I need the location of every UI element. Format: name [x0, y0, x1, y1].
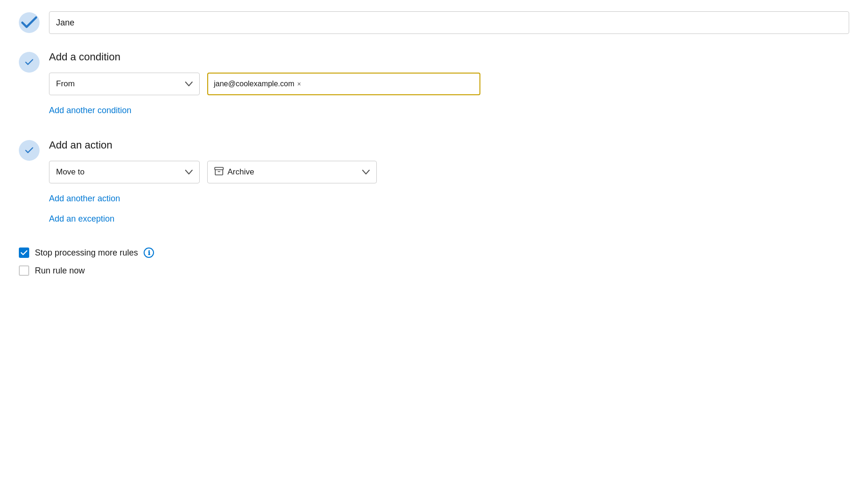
action-destination-dropdown[interactable]: Archive: [207, 161, 377, 183]
svg-rect-0: [215, 167, 223, 170]
action-title: Add an action: [49, 139, 849, 151]
condition-section: Add a condition From jane@coolexample.co…: [19, 51, 849, 124]
archive-icon: [214, 167, 224, 177]
run-rule-checkbox[interactable]: [19, 265, 29, 276]
stop-processing-info-icon[interactable]: ℹ: [144, 248, 154, 258]
stop-processing-checkbox[interactable]: [19, 248, 29, 258]
name-check-circle: [19, 12, 40, 33]
rule-name-input[interactable]: [49, 11, 849, 34]
action-dropdown-arrow: [185, 168, 193, 176]
action-type-label: Move to: [56, 167, 84, 177]
action-section: Add an action Move to Arc: [19, 139, 849, 232]
condition-type-label: From: [56, 79, 75, 89]
email-tag-container[interactable]: jane@coolexample.com ×: [207, 73, 480, 95]
condition-content: Add a condition From jane@coolexample.co…: [49, 51, 849, 124]
action-controls: Move to Archive: [49, 161, 849, 183]
options-section: Stop processing more rules ℹ Run rule no…: [19, 248, 849, 276]
run-rule-label: Run rule now: [35, 266, 85, 276]
name-row: [19, 11, 849, 34]
stop-processing-row: Stop processing more rules ℹ: [19, 248, 849, 258]
condition-title: Add a condition: [49, 51, 849, 63]
add-action-button[interactable]: Add another action: [49, 192, 120, 206]
action-check-circle: [19, 140, 40, 161]
add-condition-button[interactable]: Add another condition: [49, 104, 131, 117]
email-tag-close-button[interactable]: ×: [297, 80, 301, 88]
run-rule-row: Run rule now: [19, 265, 849, 276]
condition-type-dropdown[interactable]: From: [49, 73, 200, 95]
email-tag: jane@coolexample.com ×: [214, 80, 301, 88]
action-destination-label: Archive: [227, 167, 254, 177]
condition-check-circle: [19, 52, 40, 73]
action-content: Add an action Move to Arc: [49, 139, 849, 232]
add-exception-button[interactable]: Add an exception: [49, 212, 114, 226]
stop-processing-label: Stop processing more rules: [35, 248, 138, 258]
email-tag-value: jane@coolexample.com: [214, 80, 294, 88]
condition-dropdown-arrow: [185, 80, 193, 88]
condition-controls: From jane@coolexample.com ×: [49, 73, 849, 95]
destination-dropdown-arrow: [362, 168, 370, 176]
action-type-dropdown[interactable]: Move to: [49, 161, 200, 183]
